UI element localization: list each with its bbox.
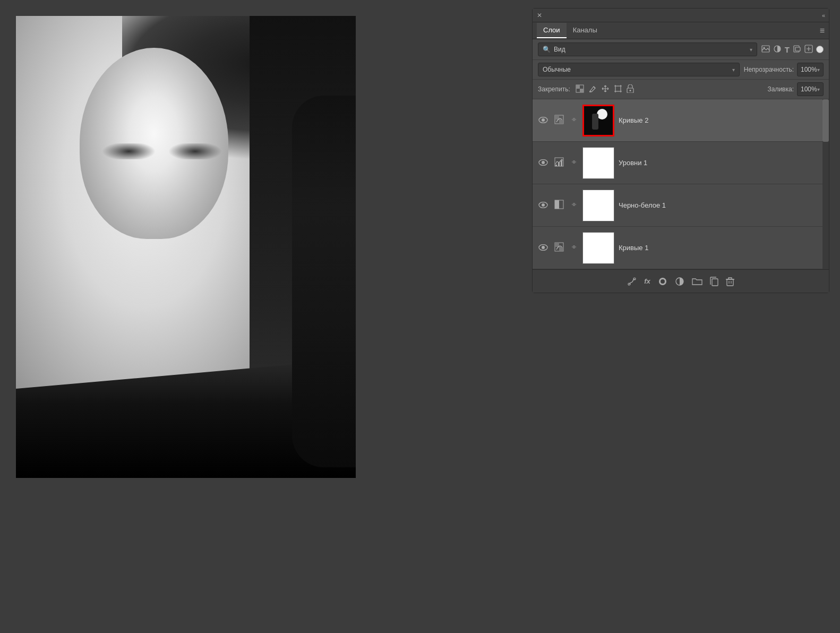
search-icon: 🔍 [543, 46, 551, 53]
layer-item-bw1[interactable]: Черно-белое 1 [533, 184, 829, 227]
svg-rect-38 [712, 279, 718, 286]
layer-name-curves1: Кривые 1 [619, 244, 824, 252]
delete-layer-button[interactable] [726, 277, 734, 286]
curves1-thumbnail [583, 233, 614, 263]
add-mask-button[interactable] [658, 277, 667, 286]
svg-point-12 [629, 90, 631, 91]
layer-item-curves2[interactable]: Кривые 2 [533, 99, 829, 142]
filter-chevron: ▾ [750, 47, 752, 53]
layer-name-levels1: Уровни 1 [619, 159, 824, 167]
shape-filter-icon[interactable] [793, 45, 801, 55]
bw1-thumbnail [583, 190, 614, 221]
layer-name-curves2: Кривые 2 [619, 116, 824, 124]
lock-label: Закрепить: [538, 85, 570, 93]
svg-rect-10 [615, 86, 621, 91]
svg-point-19 [542, 161, 545, 164]
layer-link-levels1 [570, 158, 578, 167]
svg-rect-7 [576, 85, 580, 89]
blend-mode-select[interactable]: Обычные ▾ [538, 63, 740, 76]
layer-visibility-curves2[interactable] [538, 116, 548, 125]
svg-point-25 [542, 203, 545, 207]
layer-indicator [816, 46, 824, 53]
filter-row: 🔍 Вид ▾ T [533, 39, 829, 60]
tab-layers[interactable]: Слои [537, 23, 567, 38]
lock-image-icon[interactable] [588, 84, 597, 95]
levels1-thumbnail [583, 148, 614, 178]
svg-rect-39 [727, 279, 733, 286]
lock-row: Закрепить: [533, 80, 829, 99]
panel-bottom-toolbar: fx [533, 269, 829, 293]
layer-visibility-bw1[interactable] [538, 201, 548, 210]
layer-type-curves2 [553, 115, 565, 126]
layer-visibility-levels1[interactable] [538, 158, 548, 168]
tab-channels[interactable]: Каналы [567, 23, 604, 38]
portrait-braid [292, 96, 356, 467]
layer-type-bw1 [553, 200, 565, 211]
scroll-thumb[interactable] [822, 99, 829, 142]
panel-header: ✕ « [533, 8, 829, 22]
svg-point-36 [661, 279, 665, 284]
layer-visibility-curves1[interactable] [538, 243, 548, 253]
tabs-row: Слои Каналы ≡ [533, 22, 829, 39]
layer-type-curves1 [553, 242, 565, 253]
svg-point-14 [542, 118, 545, 122]
opacity-value-text: 100% [801, 66, 817, 73]
panel-close-button[interactable]: ✕ [537, 12, 542, 19]
layer-type-levels1 [553, 157, 565, 168]
fill-label: Заливка: [767, 85, 794, 93]
new-layer-button[interactable] [710, 277, 718, 286]
svg-rect-4 [795, 47, 800, 51]
layer-link-curves2 [570, 116, 578, 125]
canvas-area [16, 16, 356, 478]
panel-collapse-button[interactable]: « [822, 12, 825, 19]
filter-icons: T [761, 45, 824, 55]
layer-item-levels1[interactable]: Уровни 1 [533, 142, 829, 184]
svg-point-29 [542, 246, 545, 249]
fill-value-text: 100% [801, 85, 817, 93]
panel-menu-button[interactable]: ≡ [820, 26, 825, 36]
lock-position-icon[interactable] [601, 84, 610, 95]
smart-filter-icon[interactable] [804, 45, 813, 55]
svg-point-9 [589, 91, 591, 92]
link-layer-button[interactable] [627, 277, 637, 286]
portrait-eyes [96, 143, 228, 159]
lock-artboard-icon[interactable] [614, 84, 622, 95]
svg-rect-17 [559, 119, 563, 124]
fill-input[interactable]: 100% ▾ [797, 82, 824, 96]
curves2-thumbnail [584, 106, 613, 135]
scroll-track[interactable] [822, 99, 829, 269]
canvas-photo [16, 16, 356, 478]
opacity-chevron: ▾ [817, 67, 820, 73]
layer-thumb-bw1 [582, 190, 614, 221]
layer-thumb-curves2 [582, 105, 614, 136]
layer-link-curves1 [570, 243, 578, 252]
text-filter-icon[interactable]: T [785, 45, 790, 54]
layer-style-button[interactable]: fx [644, 277, 650, 285]
svg-rect-8 [580, 89, 584, 92]
svg-rect-32 [559, 247, 563, 251]
fill-row: Заливка: 100% ▾ [767, 82, 824, 96]
opacity-input[interactable]: 100% ▾ [797, 63, 824, 76]
opacity-row: Непрозрачность: 100% ▾ [744, 63, 824, 76]
filter-label: Вид [554, 46, 565, 53]
blend-opacity-row: Обычные ▾ Непрозрачность: 100% ▾ [533, 60, 829, 80]
filter-select[interactable]: 🔍 Вид ▾ [538, 42, 757, 56]
layer-link-bw1 [570, 201, 578, 210]
lock-all-icon[interactable] [627, 84, 634, 95]
new-group-button[interactable] [692, 277, 702, 286]
adjustment-filter-icon[interactable] [773, 45, 782, 55]
svg-rect-27 [555, 200, 559, 209]
svg-rect-22 [558, 162, 560, 166]
layer-thumb-levels1 [582, 147, 614, 179]
layers-panel: ✕ « Слои Каналы ≡ 🔍 Вид ▾ [532, 8, 829, 293]
adjustment-layer-button[interactable] [675, 277, 684, 286]
layer-item-curves1[interactable]: Кривые 1 [533, 227, 829, 269]
svg-rect-23 [561, 160, 562, 166]
lock-transparent-icon[interactable] [576, 84, 584, 95]
fill-chevron: ▾ [817, 87, 820, 92]
layer-name-bw1: Черно-белое 1 [619, 201, 824, 209]
layers-list: Кривые 2 [533, 99, 829, 269]
opacity-label: Непрозрачность: [744, 66, 794, 73]
svg-rect-21 [555, 165, 557, 166]
image-filter-icon[interactable] [761, 45, 770, 54]
